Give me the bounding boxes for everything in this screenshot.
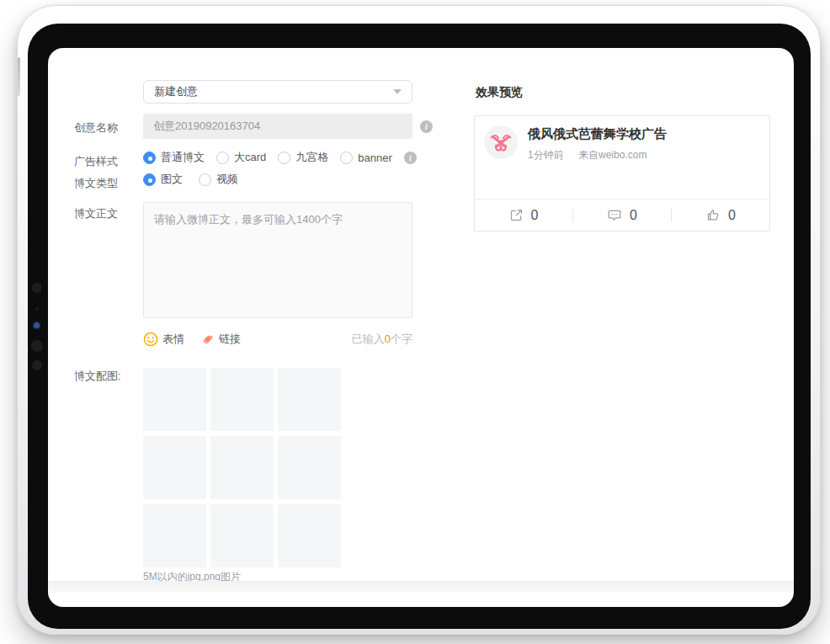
preview-card-text: 俄风俄式芭蕾舞学校广告 1分钟前 来自weibo.com [528, 125, 667, 162]
preview-time: 1分钟前 [528, 149, 564, 161]
preview-card-meta: 1分钟前 来自weibo.com [528, 148, 667, 162]
bezel-dot [35, 307, 39, 311]
like-count: 0 [728, 208, 736, 223]
preview-post-card: 俄风俄式芭蕾舞学校广告 1分钟前 来自weibo.com 0 [474, 115, 770, 232]
volume-button [18, 57, 20, 96]
link-button[interactable]: 链接 [201, 332, 241, 347]
radio-icon [340, 152, 353, 164]
repost-count: 0 [531, 208, 539, 223]
ballet-shoes-avatar [484, 125, 518, 159]
smiley-icon [143, 332, 158, 347]
like-stat[interactable]: 0 [672, 208, 769, 223]
bezel-dot [32, 360, 42, 370]
comment-icon [607, 208, 622, 222]
thumbs-up-icon [705, 208, 721, 222]
image-upload-grid [143, 368, 341, 567]
char-counter: 已输入0个字 [352, 332, 412, 347]
radio-big-card[interactable]: 大card [216, 150, 266, 165]
info-icon[interactable]: i [420, 120, 433, 133]
radio-icon [143, 152, 156, 164]
preview-source: 来自weibo.com [578, 149, 646, 161]
image-upload-cell[interactable] [278, 436, 341, 499]
emoji-button[interactable]: 表情 [143, 332, 184, 347]
screen: 新建创意 创意名称 i 广告样式 普通博文 大card 九宫格 banner i… [48, 48, 794, 607]
creative-dropdown[interactable]: 新建创意 [143, 80, 412, 104]
radio-normal-post[interactable]: 普通博文 [143, 150, 205, 165]
post-body-toolbar: 表情 链接 已输入0个字 [143, 331, 412, 348]
creative-dropdown-value: 新建创意 [154, 84, 393, 99]
repost-stat[interactable]: 0 [475, 208, 572, 223]
bezel-dot [31, 340, 43, 352]
radio-icon [216, 152, 229, 164]
creative-name-label: 创意名称 [74, 120, 118, 136]
radio-icon [278, 152, 290, 164]
preview-card-header: 俄风俄式芭蕾舞学校广告 1分钟前 来自weibo.com [475, 116, 769, 162]
post-body-textarea[interactable] [143, 202, 412, 318]
ad-style-radio-group: 普通博文 大card 九宫格 banner i [143, 150, 417, 165]
image-upload-cell[interactable] [278, 368, 341, 431]
radio-icon [143, 173, 156, 186]
camera-indicator-dot [34, 322, 40, 328]
radio-banner[interactable]: banner [340, 152, 391, 164]
repost-icon [509, 208, 524, 222]
image-upload-cell[interactable] [143, 504, 206, 567]
paperclip-icon [201, 333, 215, 346]
image-upload-cell[interactable] [210, 504, 274, 567]
info-icon[interactable]: i [404, 152, 417, 164]
image-upload-cell[interactable] [278, 504, 341, 567]
radio-nine-grid[interactable]: 九宫格 [278, 150, 328, 165]
ad-style-label: 广告样式 [74, 154, 118, 169]
image-upload-cell[interactable] [143, 368, 206, 431]
post-type-radio-group: 图文 视频 [143, 172, 238, 187]
preview-card-footer: 0 0 0 [475, 199, 769, 231]
post-body-label: 博文正文 [74, 206, 118, 221]
radio-image-text[interactable]: 图文 [143, 172, 183, 187]
panel-bottom-edge [48, 581, 794, 593]
preview-account-name: 俄风俄式芭蕾舞学校广告 [528, 126, 667, 142]
chevron-down-icon [393, 89, 402, 94]
comment-stat[interactable]: 0 [573, 208, 671, 223]
radio-icon [199, 173, 211, 186]
post-images-label: 博文配图: [74, 369, 121, 384]
post-type-label: 博文类型 [74, 176, 118, 191]
image-upload-cell[interactable] [210, 436, 274, 499]
radio-video[interactable]: 视频 [199, 172, 238, 187]
comment-count: 0 [630, 208, 637, 223]
creative-name-input[interactable] [143, 114, 412, 139]
image-upload-cell[interactable] [143, 436, 206, 499]
preview-panel-title: 效果预览 [476, 85, 523, 100]
bezel-dot [32, 283, 42, 293]
image-upload-cell[interactable] [210, 368, 274, 431]
